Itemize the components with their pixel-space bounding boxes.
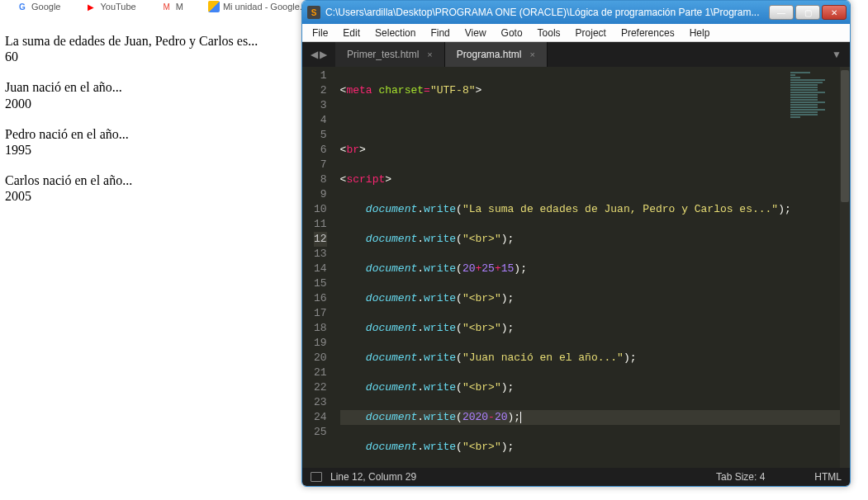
tab-overflow-icon[interactable]: ▼ [823,42,850,67]
output-line: La suma de edades de Juan, Pedro y Carlo… [5,33,258,49]
output-line: 2005 [5,188,258,204]
rendered-page: La suma de edades de Juan, Pedro y Carlo… [5,33,258,219]
output-line: Pedro nació en el año... [5,126,258,142]
tab-label: YouTube [100,2,135,12]
panel-toggle-icon[interactable] [311,472,322,482]
google-icon: G [17,1,28,12]
minimap[interactable] [790,72,840,146]
file-tab-bar: ◀ ▶ Primer_test.html × Programa.html × ▼ [302,42,850,67]
menu-file[interactable]: File [306,26,334,40]
youtube-icon: ▶ [85,1,97,12]
drive-icon [208,1,220,12]
menubar: File Edit Selection Find View Goto Tools… [302,24,850,42]
browser-tab-drive[interactable]: Mi unidad - Google... [208,1,307,12]
close-button[interactable]: ✕ [822,5,847,20]
menu-goto[interactable]: Goto [495,26,529,40]
nav-back-icon[interactable]: ◀ [311,49,318,60]
status-cursor-position: Line 12, Column 29 [330,471,416,483]
gmail-icon: M [161,1,173,12]
file-tab-programa[interactable]: Programa.html × [445,42,548,67]
statusbar: Line 12, Column 29 Tab Size: 4 HTML [302,468,850,486]
window-title: C:\Users\ardilla\Desktop\PROGRAMA ONE (O… [325,7,769,18]
browser-tab-youtube[interactable]: ▶ YouTube [85,1,135,12]
vertical-scrollbar[interactable] [840,67,850,468]
tab-label: Google [31,2,60,12]
line-gutter: 1 2 3 4 5 6 7 8 9 10 11 12 13 14 15 16 1… [302,67,335,468]
nav-forward-icon[interactable]: ▶ [320,49,327,60]
output-line: Juan nació en el año... [5,79,258,95]
minimize-button[interactable]: — [769,5,794,20]
tab-label: Programa.html [457,49,522,60]
code-editor[interactable]: 1 2 3 4 5 6 7 8 9 10 11 12 13 14 15 16 1… [302,67,850,468]
sublime-icon: S [307,6,320,19]
menu-preferences[interactable]: Preferences [614,26,681,40]
close-tab-icon[interactable]: × [530,50,535,59]
tab-label: M [176,2,183,12]
menu-view[interactable]: View [458,26,493,40]
output-line: 2000 [5,96,258,111]
close-tab-icon[interactable]: × [427,50,432,59]
maximize-button[interactable]: ▢ [795,5,820,20]
menu-edit[interactable]: Edit [336,26,367,40]
status-syntax[interactable]: HTML [814,471,842,483]
browser-tab-google[interactable]: G Google [17,1,60,12]
menu-find[interactable]: Find [424,26,456,40]
tab-label: Mi unidad - Google... [223,2,307,12]
titlebar[interactable]: S C:\Users\ardilla\Desktop\PROGRAMA ONE … [302,1,850,24]
scrollbar-thumb[interactable] [841,70,849,202]
menu-project[interactable]: Project [569,26,613,40]
tab-label: Primer_test.html [347,49,419,60]
tab-nav-arrows: ◀ ▶ [302,42,335,67]
file-tab-primer[interactable]: Primer_test.html × [335,42,445,67]
code-area[interactable]: <meta charset="UTF-8"> <br> <script> doc… [335,67,850,468]
text-cursor [520,412,521,423]
output-line: Carlos nació en el año... [5,172,258,188]
sublime-window: S C:\Users\ardilla\Desktop\PROGRAMA ONE … [301,0,851,487]
menu-tools[interactable]: Tools [531,26,567,40]
menu-help[interactable]: Help [683,26,717,40]
menu-selection[interactable]: Selection [368,26,422,40]
browser-tab-m[interactable]: M M [161,1,183,12]
status-tab-size[interactable]: Tab Size: 4 [716,471,765,483]
output-line: 1995 [5,142,258,158]
output-line: 60 [5,49,258,64]
